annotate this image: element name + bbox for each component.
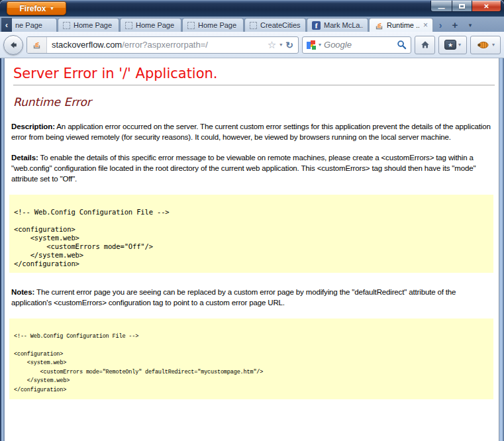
description-label: Description: [11, 122, 55, 130]
favicon-placeholder-icon [125, 22, 132, 29]
stackoverflow-icon [32, 40, 42, 50]
url-path: /error?aspxerrorpath=/ [122, 40, 208, 50]
description-text: An application error occurred on the ser… [11, 122, 491, 141]
close-button[interactable]: ✕ [472, 1, 501, 12]
url-domain: stackoverflow.com [52, 40, 122, 50]
stackoverflow-icon [374, 21, 384, 30]
tab-scroll-right-button[interactable]: › [434, 18, 447, 32]
search-input[interactable] [324, 40, 394, 50]
close-icon: ✕ [483, 3, 489, 10]
firefox-menu-label: Firefox [19, 4, 46, 13]
chevron-down-icon: ▾ [51, 5, 54, 11]
tab-label: Runtime ... [387, 21, 419, 29]
tab-label: Home Page [136, 21, 174, 29]
home-icon [420, 40, 430, 50]
tab-scroll-left-button[interactable]: ‹ [1, 18, 12, 32]
description-paragraph: Description: An application error occurr… [11, 121, 493, 142]
maximize-button[interactable] [452, 1, 472, 12]
chevron-down-icon: ▾ [469, 22, 472, 28]
window-border-right [499, 58, 504, 441]
error-page: Server Error in '/' Application. Runtime… [5, 58, 499, 441]
site-identity-button[interactable] [27, 37, 47, 53]
chevron-down-icon[interactable]: ▾ [319, 42, 321, 48]
tab-createcities[interactable]: CreateCities... [244, 18, 306, 32]
browser-window: Firefox ▾ — ✕ ‹ ne Page Home Page [0, 0, 504, 441]
divider [13, 85, 495, 85]
details-text: To enable the details of this specific e… [11, 154, 476, 183]
url-text[interactable]: stackoverflow.com/error?aspxerrorpath=/ [47, 40, 263, 50]
bookmark-star-icon[interactable]: ☆ [268, 40, 276, 50]
tab-close-icon[interactable]: × [423, 21, 428, 29]
bookmarks-star-icon: ★ [444, 40, 456, 50]
back-button[interactable] [3, 35, 23, 55]
tab-facebook-mark-mcla[interactable]: f Mark McLa... [307, 18, 368, 32]
details-paragraph: Details: To enable the details of this s… [11, 152, 493, 184]
tab-bar: ‹ ne Page Home Page Home Page Home Page … [0, 17, 504, 32]
firebug-addon-button[interactable]: ▾ [470, 36, 501, 54]
reload-icon[interactable]: ↻ [285, 40, 293, 50]
favicon-placeholder-icon [63, 22, 70, 29]
favicon-placeholder-icon [250, 22, 257, 29]
chevron-left-icon: ‹ [5, 20, 8, 30]
chevron-down-icon[interactable]: ▾ [492, 42, 495, 48]
notes-text: The current error page you are seeing ca… [11, 288, 456, 307]
chevron-down-icon[interactable]: ▾ [279, 42, 282, 48]
tab-home-page-2[interactable]: Home Page [120, 18, 181, 32]
firefox-menu-button[interactable]: Firefox ▾ [7, 1, 66, 15]
maximize-icon [459, 4, 465, 9]
tab-label: CreateCities... [260, 21, 301, 29]
tab-runtime-error-active[interactable]: Runtime ... × [369, 18, 433, 32]
search-icon[interactable] [397, 40, 407, 50]
window-border-left [0, 58, 5, 441]
list-all-tabs-button[interactable]: ▾ [463, 18, 478, 32]
favicon-placeholder-icon [187, 22, 195, 29]
window-controls: — ✕ [430, 1, 501, 12]
navigation-toolbar: stackoverflow.com/error?aspxerrorpath=/ … [0, 32, 504, 58]
new-tab-button[interactable]: + [447, 18, 463, 32]
minimize-icon: — [438, 5, 445, 12]
home-button[interactable] [415, 36, 435, 54]
browser-content-area: Server Error in '/' Application. Runtime… [0, 58, 504, 441]
error-subheading: Runtime Error [13, 97, 496, 107]
plus-icon: + [452, 19, 458, 30]
web-config-code-block-off: <!-- Web.Config Configuration File --> <… [9, 195, 493, 273]
url-bar[interactable]: stackoverflow.com/error?aspxerrorpath=/ … [26, 36, 299, 54]
facebook-icon: f [312, 21, 321, 30]
notes-paragraph: Notes: The current error page you are se… [11, 287, 493, 308]
page-title: Server Error in '/' Application. [13, 68, 496, 79]
tab-home-page-1[interactable]: Home Page [58, 18, 119, 32]
back-arrow-icon [9, 40, 18, 50]
tab-label: ne Page [15, 21, 42, 29]
titlebar: Firefox ▾ — ✕ [0, 0, 504, 17]
bookmarks-menu-button[interactable]: ★ ▾ [438, 36, 467, 54]
tab-label: Home Page [74, 21, 112, 29]
google-icon [307, 40, 316, 50]
search-box[interactable]: ▾ [302, 36, 411, 54]
tab-home-page-3[interactable]: Home Page [182, 18, 244, 32]
tab-label: Mark McLa... [324, 21, 363, 29]
urlbar-actions: ☆ ▾ ↻ [263, 40, 298, 50]
tab-home-page-clipped[interactable]: ne Page [12, 18, 57, 32]
details-label: Details: [11, 154, 38, 162]
chevron-down-icon: ▾ [458, 42, 461, 48]
firebug-bug-icon [476, 40, 489, 50]
tab-label: Home Page [198, 21, 236, 29]
minimize-button[interactable]: — [430, 1, 452, 12]
chevron-right-icon: › [439, 20, 442, 30]
web-config-code-block-remoteonly: <!-- Web.Config Configuration File --> <… [9, 318, 493, 399]
notes-label: Notes: [11, 288, 34, 296]
